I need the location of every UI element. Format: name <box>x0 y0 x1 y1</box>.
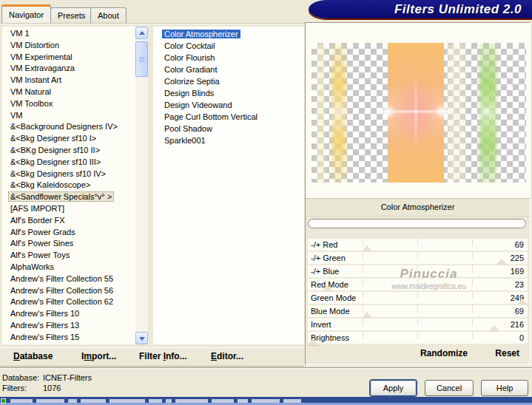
scrollbar-thumb[interactable] <box>135 41 148 77</box>
category-item[interactable]: &<Bkg Designer sf10 III> <box>2 157 135 169</box>
chevron-up-icon <box>139 31 145 35</box>
parameter-slider-row[interactable]: -/+ Green225 <box>308 252 528 264</box>
category-item[interactable]: Andrew's Filters 13 <box>2 320 135 332</box>
parameter-slider-row[interactable]: Blue Mode69 <box>308 305 528 317</box>
apply-button[interactable]: Apply <box>370 380 417 396</box>
preview-panel: Color Atmospherizer -/+ Red69-/+ Green22… <box>305 22 531 365</box>
slider-thumb-triangle[interactable] <box>516 299 528 305</box>
reset-button[interactable]: Reset <box>495 348 519 358</box>
category-list[interactable]: VM 1VM DistortionVM ExperimentalVM Extra… <box>2 27 135 344</box>
filter-item[interactable]: Color Flourish <box>153 52 304 64</box>
category-item[interactable]: &<Bkg Designers sf10 IV> <box>2 169 135 180</box>
slider-thumb-triangle[interactable] <box>307 338 319 345</box>
flare-blob <box>383 107 393 116</box>
category-item[interactable]: Andrew's Filters 10 <box>2 308 135 320</box>
parameter-slider-row[interactable]: Red Mode23 <box>308 279 528 290</box>
app-title-banner: Filters Unlimited 2.0 <box>309 0 532 18</box>
category-scrollbar[interactable] <box>135 27 148 344</box>
category-item[interactable]: &<BKg Designer sf10 II> <box>2 145 135 157</box>
category-item[interactable]: &<Bkg Designer sf10 I> <box>2 133 135 145</box>
flare-blob <box>483 109 491 115</box>
slider-thumb-triangle[interactable] <box>361 245 373 252</box>
category-item[interactable]: &<Sandflower Specials°v° > <box>2 191 135 203</box>
parameter-rows: -/+ Red69-/+ Green225-/+ Blue169Red Mode… <box>308 239 528 345</box>
taskbar-app-icon <box>1 398 6 404</box>
editor-button[interactable]: Editor... <box>211 351 243 361</box>
filter-item[interactable]: Pool Shadow <box>153 123 304 135</box>
filter-item[interactable]: Sparkle001 <box>153 135 304 146</box>
slider-thumb-triangle[interactable] <box>448 272 459 279</box>
flare-blob <box>437 107 448 116</box>
category-item[interactable]: &<Background Designers IV> <box>2 121 135 133</box>
randomize-button[interactable]: Randomize <box>420 348 468 358</box>
category-item[interactable]: &<Bkg Kaleidoscope> <box>2 180 135 191</box>
parameter-value: 69 <box>515 239 524 251</box>
help-button[interactable]: Help <box>481 380 528 396</box>
parameter-slider-row[interactable]: Brightness0 <box>308 332 528 344</box>
filter-item[interactable]: Page Curl Bottom Vertical <box>153 111 304 123</box>
status-bar: Database: ICNET-Filters Filters: 1076 Ap… <box>0 367 532 398</box>
slider-thumb-triangle[interactable] <box>322 285 334 292</box>
category-item[interactable]: VM Instant Art <box>2 75 135 86</box>
parameter-value: 169 <box>511 265 524 277</box>
category-item[interactable]: [AFS IMPORT] <box>2 203 135 215</box>
tab-about[interactable]: About <box>90 7 127 23</box>
filter-item[interactable]: Color Gradiant <box>153 64 304 75</box>
slider-thumb-triangle[interactable] <box>488 325 500 332</box>
category-item[interactable]: Andrew's Filter Collection 62 <box>2 296 135 308</box>
scroll-down-button[interactable] <box>135 332 148 344</box>
parameter-name: Green Mode <box>311 292 356 304</box>
filter-item[interactable]: Color Atmospherizer <box>153 28 304 40</box>
panel-actions: Randomize Reset <box>306 348 530 361</box>
parameter-name: Invert <box>311 319 331 330</box>
database-button[interactable]: Database <box>13 351 53 361</box>
parameter-value: 216 <box>511 319 524 330</box>
filter-info-button[interactable]: Filter Info... <box>139 351 187 361</box>
parameter-value: 23 <box>515 279 524 290</box>
tab-page-edge <box>0 23 305 24</box>
category-item[interactable]: Andrew's Filter Collection 55 <box>2 273 135 285</box>
tab-navigator[interactable]: Navigator <box>1 4 51 23</box>
filter-item[interactable]: Color Cocktail <box>153 40 304 52</box>
slider-thumb-triangle[interactable] <box>496 259 508 265</box>
category-item[interactable]: VM Extravaganza <box>2 63 135 75</box>
category-item[interactable]: VM Natural <box>2 86 135 98</box>
category-item[interactable]: Andrew's Filters 15 <box>2 332 135 344</box>
filter-item[interactable]: Design Blinds <box>153 87 304 99</box>
category-item[interactable]: VM Experimental <box>2 52 135 64</box>
category-item[interactable]: AlphaWorks <box>2 262 135 273</box>
parameter-slider-row[interactable]: Green Mode249 <box>308 292 528 304</box>
filter-list[interactable]: Color AtmospherizerColor CocktailColor F… <box>153 27 304 344</box>
category-item[interactable]: VM 1 <box>2 28 135 40</box>
import-button[interactable]: Import... <box>81 351 116 361</box>
category-item[interactable]: Andrew's Filter Collection 56 <box>2 285 135 297</box>
preview-strip-faint <box>317 43 325 183</box>
filter-item[interactable]: Colorize Septia <box>153 75 304 87</box>
parameter-value: 69 <box>515 305 524 317</box>
bottom-toolbar: Database Import... Filter Info... Editor… <box>0 347 304 367</box>
scroll-up-button[interactable] <box>135 27 148 39</box>
titlebar-text-blur <box>10 399 301 403</box>
preview-frame <box>306 23 530 199</box>
category-item[interactable]: VM <box>2 110 135 122</box>
parameter-value: 0 <box>519 332 524 344</box>
parameter-slider-row[interactable]: -/+ Red69 <box>308 239 528 251</box>
category-item[interactable]: Alf's Power Toys <box>2 250 135 262</box>
database-label: Database: <box>2 373 39 382</box>
parameter-name: -/+ Red <box>311 239 337 251</box>
preview-image[interactable] <box>312 43 526 183</box>
parameter-slider-row[interactable]: Invert216 <box>308 319 528 330</box>
category-item[interactable]: Alf's Border FX <box>2 215 135 227</box>
parameter-slider-row[interactable]: -/+ Blue169 <box>308 265 528 277</box>
parameter-name: Blue Mode <box>311 305 350 317</box>
lens-flare-vertical <box>415 72 417 154</box>
filter-item[interactable]: Design Videowand <box>153 99 304 111</box>
category-item[interactable]: VM Toolbox <box>2 98 135 110</box>
cancel-button[interactable]: Cancel <box>425 380 474 396</box>
category-item[interactable]: Alf's Power Sines <box>2 238 135 250</box>
category-item[interactable]: Alf's Power Grads <box>2 227 135 239</box>
category-item[interactable]: VM Distortion <box>2 40 135 52</box>
slider-thumb-triangle[interactable] <box>361 312 373 319</box>
filters-label: Filters: <box>2 384 27 392</box>
tab-presets[interactable]: Presets <box>50 7 92 23</box>
